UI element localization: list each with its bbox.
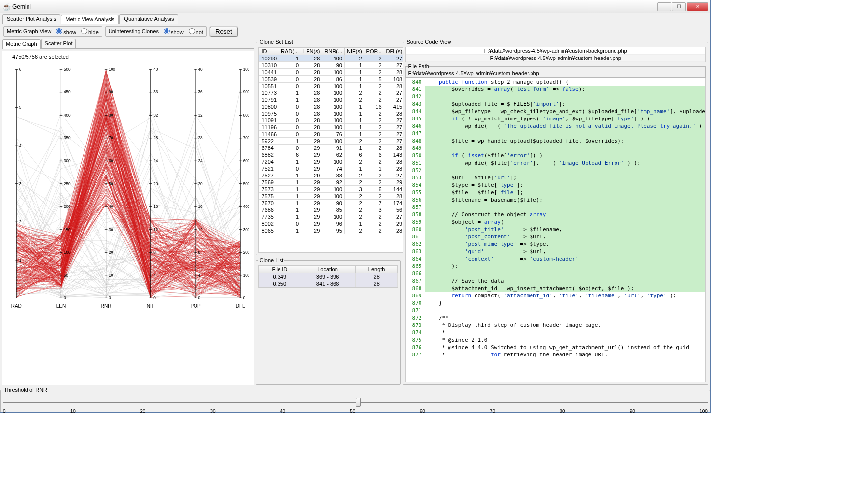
code-line[interactable]: 870 } bbox=[406, 299, 705, 307]
clone-set-header[interactable]: ID bbox=[259, 48, 279, 55]
parallel-coordinates-svg: 123456RAD050100150200250300350400450500L… bbox=[7, 60, 249, 312]
code-line[interactable]: 854 $type = $file['type']; bbox=[406, 181, 705, 189]
path-tab[interactable]: F:¥data¥wordpress-4.5¥wp-admin¥custom-ba… bbox=[406, 47, 705, 55]
table-row[interactable]: 105390288615108 bbox=[259, 76, 405, 83]
threshold-slider[interactable] bbox=[3, 397, 708, 408]
clone-list-header[interactable]: Location bbox=[300, 266, 356, 273]
code-line[interactable]: 842 bbox=[406, 93, 705, 100]
tab-scatter-plot-analysis[interactable]: Scatter Plot Analysis bbox=[2, 14, 60, 24]
slider-thumb[interactable] bbox=[356, 398, 361, 407]
code-line[interactable]: 860 'post_title' => $filename, bbox=[406, 226, 705, 233]
table-row[interactable]: 10800028100116415 bbox=[259, 103, 405, 110]
code-line[interactable]: 864 'context' => 'custom-header' bbox=[406, 255, 705, 263]
clone-list-header[interactable]: Length bbox=[355, 266, 398, 273]
code-line[interactable]: 850 if ( isset($file['error']) ) bbox=[406, 152, 705, 159]
code-line[interactable]: 849 bbox=[406, 145, 705, 152]
clone-set-header[interactable]: RNR(... bbox=[322, 48, 345, 55]
table-row[interactable]: 111960281001227 bbox=[259, 124, 405, 131]
subtab-metric-graph[interactable]: Metric Graph bbox=[2, 39, 41, 49]
code-line[interactable]: 859 $object = array( bbox=[406, 218, 705, 226]
code-line[interactable]: 853 $url = $file['url']; bbox=[406, 174, 705, 181]
clone-set-header[interactable]: NIF(s) bbox=[345, 48, 364, 55]
clone-set-header[interactable]: POP... bbox=[364, 48, 384, 55]
code-line[interactable]: 858 // Construct the object array bbox=[406, 211, 705, 218]
table-row[interactable]: 77351291002227 bbox=[259, 213, 405, 220]
code-line[interactable]: 844 $wp_filetype = wp_check_filetype_and… bbox=[406, 108, 705, 115]
tab-quantitative-analysis[interactable]: Quantitative Analysis bbox=[119, 14, 178, 24]
code-line[interactable]: 873 * Display third step of custom heade… bbox=[406, 322, 705, 329]
code-line[interactable]: 851 wp_die( $file['error'], __( 'Image U… bbox=[406, 159, 705, 167]
table-row[interactable]: 104410281001228 bbox=[259, 69, 405, 76]
table-row[interactable]: 7569129922229 bbox=[259, 179, 405, 186]
code-line[interactable]: 872 /** bbox=[406, 314, 705, 322]
table-row[interactable]: 8065129952228 bbox=[259, 227, 405, 234]
radio-show-uninteresting[interactable]: show bbox=[161, 28, 184, 35]
table-row[interactable]: 7527129882227 bbox=[259, 172, 405, 179]
code-line[interactable]: 861 'post_content' => $url, bbox=[406, 233, 705, 240]
code-line[interactable]: 877 * for retrieving the header image UR… bbox=[406, 351, 705, 358]
code-line[interactable]: 847 bbox=[406, 130, 705, 137]
code-line[interactable]: 855 $file = $file['file']; bbox=[406, 189, 705, 196]
clone-set-header[interactable]: RAD(... bbox=[279, 48, 301, 55]
code-line[interactable]: 863 'guid' => $url, bbox=[406, 248, 705, 255]
table-row[interactable]: 72041291002228 bbox=[259, 158, 405, 165]
table-row[interactable]: 102901281002227 bbox=[259, 55, 405, 62]
code-line[interactable]: 875 * @since 2.1.0 bbox=[406, 336, 705, 344]
toolbar: Metric Graph View show hide Uninterestin… bbox=[0, 24, 710, 39]
table-row[interactable]: 107731281002227 bbox=[259, 89, 405, 96]
table-row[interactable]: 107911281002227 bbox=[259, 96, 405, 103]
svg-text:1: 1 bbox=[19, 258, 22, 263]
table-row[interactable]: 0.350841 - 86828 bbox=[259, 280, 398, 287]
code-line[interactable]: 846 wp_die( __( 'The uploaded file is no… bbox=[406, 122, 705, 130]
table-row[interactable]: 105510281001228 bbox=[259, 83, 405, 89]
clone-set-table-wrap[interactable]: IDRAD(...LEN(s)RNR(...NIF(s)POP...DFL(s)… bbox=[258, 47, 405, 253]
code-line[interactable]: 852 bbox=[406, 167, 705, 174]
table-row[interactable]: 10310028901227 bbox=[259, 62, 405, 69]
path-tab[interactable]: F:¥data¥wordpress-4.5¥wp-admin¥custom-he… bbox=[406, 55, 705, 62]
code-line[interactable]: 868 $attachment_id = wp_insert_attachmen… bbox=[406, 285, 705, 292]
table-row[interactable]: 76701299027174 bbox=[259, 200, 405, 206]
subtab-scatter-plot[interactable]: Scatter Plot bbox=[41, 39, 76, 48]
code-line[interactable]: 874 * bbox=[406, 329, 705, 336]
code-line[interactable]: 856 $filename = basename($file); bbox=[406, 196, 705, 204]
table-row[interactable]: 110910281001227 bbox=[259, 117, 405, 124]
reset-button[interactable]: Reset bbox=[210, 27, 238, 37]
maximize-button[interactable]: ☐ bbox=[672, 2, 686, 11]
metric-graph-chart[interactable]: 4750/5756 are selected 123456RAD05010015… bbox=[2, 51, 254, 385]
code-line[interactable]: 845 if ( ! wp_match_mime_types( 'image',… bbox=[406, 115, 705, 122]
close-button[interactable]: ✕ bbox=[687, 2, 708, 11]
code-line[interactable]: 841 $overrides = array('test_form' => fa… bbox=[406, 86, 705, 93]
table-row[interactable]: 6784029911228 bbox=[259, 145, 405, 151]
code-line[interactable]: 857 bbox=[406, 204, 705, 211]
code-line[interactable]: 869 return compact( 'attachment_id', 'fi… bbox=[406, 292, 705, 299]
clone-list-table-wrap[interactable]: File IDLocationLength 0.349369 - 396280.… bbox=[258, 265, 398, 288]
clone-list-header[interactable]: File ID bbox=[259, 266, 300, 273]
radio-show-metric[interactable]: show bbox=[53, 28, 76, 35]
code-line[interactable]: 876 * @since 4.4.0 Switched to using wp_… bbox=[406, 344, 705, 351]
clone-set-header[interactable]: LEN(s) bbox=[301, 48, 322, 55]
table-row[interactable]: 8002029961229 bbox=[259, 220, 405, 227]
code-line[interactable]: 843 $uploaded_file = $_FILES['import']; bbox=[406, 100, 705, 108]
table-row[interactable]: 11466028761227 bbox=[259, 131, 405, 138]
table-row[interactable]: 109750281001228 bbox=[259, 110, 405, 117]
table-row[interactable]: 7686129852356 bbox=[259, 206, 405, 213]
code-line[interactable]: 848 $file = wp_handle_upload($uploaded_f… bbox=[406, 137, 705, 145]
code-line[interactable]: 840 public function step_2_manage_upload… bbox=[406, 78, 705, 86]
table-row[interactable]: 59221291002227 bbox=[259, 138, 405, 145]
table-row[interactable]: 757312910036144 bbox=[259, 186, 405, 193]
minimize-button[interactable]: — bbox=[657, 2, 671, 11]
code-line[interactable]: 862 'post_mime_type' => $type, bbox=[406, 240, 705, 248]
table-row[interactable]: 0.349369 - 39628 bbox=[259, 273, 398, 280]
code-line[interactable]: 867 // Save the data bbox=[406, 277, 705, 285]
tab-metric-view-analysis[interactable]: Metric View Analysis bbox=[61, 15, 119, 24]
table-row[interactable]: 75751291002228 bbox=[259, 193, 405, 200]
code-line[interactable]: 866 bbox=[406, 270, 705, 277]
code-line[interactable]: 871 bbox=[406, 307, 705, 314]
code-area[interactable]: 840 public function step_2_manage_upload… bbox=[405, 78, 706, 382]
table-row[interactable]: 7521029741128 bbox=[259, 165, 405, 172]
code-line[interactable]: 865 ); bbox=[406, 263, 705, 270]
clone-set-header[interactable]: DFL(s) bbox=[384, 48, 405, 55]
radio-hide-metric[interactable]: hide bbox=[78, 28, 99, 35]
radio-not-uninteresting[interactable]: not bbox=[186, 28, 203, 35]
table-row[interactable]: 68826296266143 bbox=[259, 151, 405, 158]
